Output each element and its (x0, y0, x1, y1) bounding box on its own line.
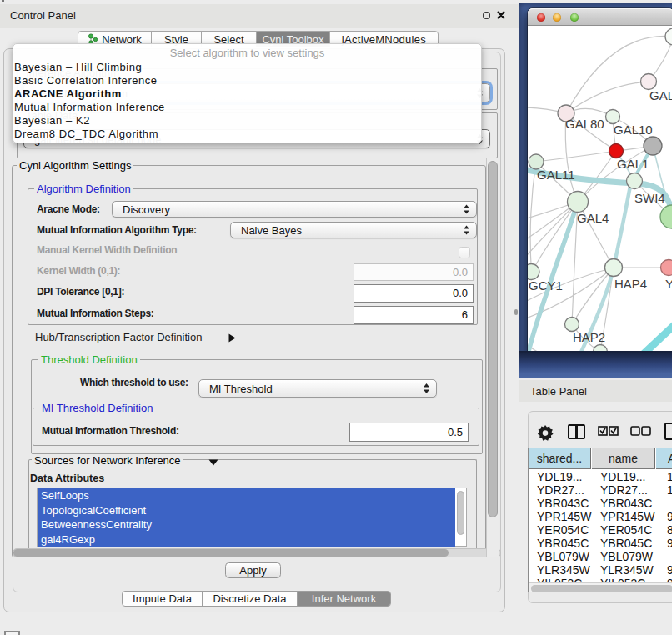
svg-text:GAL80: GAL80 (565, 117, 604, 131)
svg-text:GAL1: GAL1 (617, 157, 649, 171)
svg-text:GCY1: GCY1 (529, 278, 563, 292)
svg-text:GAL7: GAL7 (649, 88, 672, 102)
svg-text:GAL4: GAL4 (577, 211, 609, 225)
svg-text:YEL: YEL (665, 277, 672, 291)
svg-text:GAL11: GAL11 (537, 168, 575, 182)
svg-text:HAP4: HAP4 (614, 277, 647, 291)
svg-text:SWI4: SWI4 (634, 191, 665, 205)
svg-text:HAP2: HAP2 (573, 330, 605, 344)
svg-text:GAL10: GAL10 (614, 122, 653, 137)
